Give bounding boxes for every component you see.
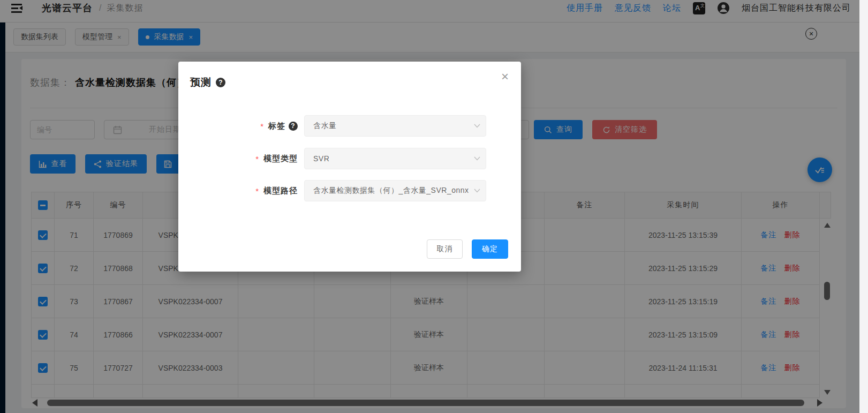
form-row-label: * 标签 含水量 (178, 115, 521, 137)
field-label-model-type: 模型类型 (263, 154, 298, 164)
tag-select[interactable]: 含水量 (304, 115, 486, 137)
app-root: 光谱云平台 / 采集数据 使用手册意见反馈论坛 烟台国工智能科技有限公司 数据集… (0, 0, 868, 413)
chevron-down-icon (474, 189, 480, 193)
browser-scrollbar-strip (859, 0, 868, 413)
modal-title: 预测 (190, 76, 212, 89)
required-asterisk: * (255, 154, 259, 163)
modal-title-row: 预测 (190, 76, 225, 89)
required-asterisk: * (260, 122, 264, 131)
form-row-model-path: * 模型路径 含水量检测数据集（何）_含水量_SVR_onnx (178, 180, 521, 201)
field-help-icon[interactable] (289, 122, 298, 131)
ok-button[interactable]: 确定 (472, 239, 508, 259)
field-label-model-path: 模型路径 (263, 186, 298, 196)
modal-close-icon[interactable] (499, 70, 511, 83)
form-row-model-type: * 模型类型 SVR (178, 148, 521, 169)
cancel-button[interactable]: 取消 (427, 239, 463, 259)
model-path-select[interactable]: 含水量检测数据集（何）_含水量_SVR_onnx (304, 180, 486, 201)
help-icon[interactable] (216, 78, 225, 87)
prediction-modal: 预测 * 标签 含水量 * 模型类型 SVR (178, 62, 521, 272)
chevron-down-icon (474, 124, 480, 128)
field-label-tag: 标签 (268, 121, 285, 131)
model-type-select[interactable]: SVR (304, 148, 486, 169)
chevron-down-icon (474, 156, 480, 161)
required-asterisk: * (255, 186, 259, 196)
